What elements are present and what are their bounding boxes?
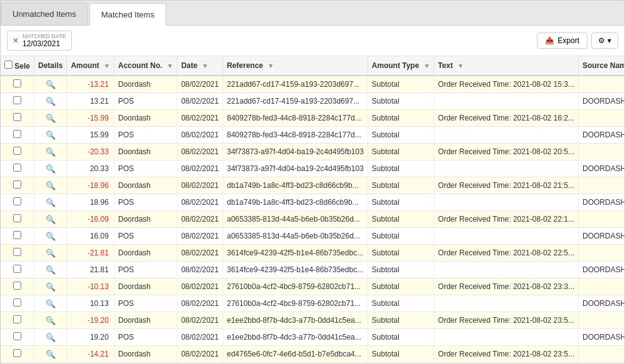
row-date-cell: 08/02/2021	[177, 177, 222, 194]
table-row: 🔍 18.96 POS 08/02/2021 db1a749b-1a8c-4ff…	[1, 194, 624, 211]
row-search-icon[interactable]: 🔍	[46, 248, 56, 258]
row-search-icon[interactable]: 🔍	[46, 316, 56, 325]
row-text-cell	[434, 295, 578, 312]
row-checkbox[interactable]	[13, 214, 21, 222]
row-search-icon[interactable]: 🔍	[46, 198, 56, 207]
row-checkbox[interactable]	[13, 298, 21, 307]
row-reference-cell: e1ee2bbd-8f7b-4dc3-a77b-0dd41c5ea...	[222, 312, 368, 329]
th-source-label: Source Name	[582, 61, 624, 70]
row-checkbox[interactable]	[13, 147, 21, 155]
row-amount-type-cell: Subtotal	[368, 177, 434, 194]
row-reference-cell: db1a749b-1a8c-4ff3-bd23-c8d66cb9b...	[222, 177, 368, 194]
row-reference-cell: ed4765e6-0fc7-4e6d-b5d1-b7e5dbca4...	[222, 363, 368, 364]
row-checkbox[interactable]	[13, 180, 21, 189]
row-account-cell: Doordash	[114, 278, 177, 295]
row-account-cell: POS	[114, 363, 177, 364]
row-search-icon[interactable]: 🔍	[46, 147, 56, 157]
row-checkbox[interactable]	[13, 248, 21, 256]
row-amount-cell: 18.96	[67, 194, 114, 211]
row-text-cell: Order Received Time: 2021-08-02 23:3...	[434, 278, 578, 295]
row-search-icon[interactable]: 🔍	[46, 215, 56, 224]
matched-date-label: MATCHED DATE	[22, 33, 66, 39]
account-filter-icon[interactable]: ▼	[167, 62, 173, 69]
row-search-icon[interactable]: 🔍	[46, 80, 56, 89]
row-checkbox[interactable]	[13, 315, 21, 323]
row-checkbox[interactable]	[13, 265, 21, 273]
row-checkbox[interactable]	[13, 130, 21, 138]
export-button[interactable]: 📤 Export	[537, 32, 588, 49]
tab-unmatched-label: Unmatched Items	[12, 9, 76, 19]
row-text-cell: Order Received Time: 2021-08-02 21:5...	[434, 177, 578, 194]
row-search-icon[interactable]: 🔍	[46, 130, 56, 140]
table-row: 🔍 -19.20 Doordash 08/02/2021 e1ee2bbd-8f…	[1, 312, 624, 329]
row-select-cell	[1, 76, 34, 93]
row-search-icon[interactable]: 🔍	[46, 350, 56, 359]
row-checkbox[interactable]	[13, 332, 21, 340]
row-details-cell: 🔍	[34, 278, 67, 295]
th-reference-label: Reference	[227, 61, 263, 70]
reference-filter-icon[interactable]: ▼	[268, 62, 274, 69]
row-reference-cell: 34f73873-a97f-4d04-ba19-2c4d495fb103	[222, 160, 368, 177]
row-details-cell: 🔍	[34, 312, 67, 329]
table-row: 🔍 16.09 POS 08/02/2021 a0653385-813d-44a…	[1, 228, 624, 245]
tab-unmatched[interactable]: Unmatched Items	[1, 2, 88, 25]
th-details: Details	[34, 56, 67, 76]
row-reference-cell: ed4765e6-0fc7-4e6d-b5d1-b7e5dbca4...	[222, 346, 368, 363]
row-source-cell: DOORDASH	[578, 262, 624, 278]
tab-matched[interactable]: Matched Items	[89, 3, 166, 26]
row-reference-cell: 3614fce9-4239-42f5-b1e4-86b735edbc...	[222, 245, 368, 262]
row-checkbox[interactable]	[13, 197, 21, 205]
row-date-cell: 08/02/2021	[177, 346, 222, 363]
row-text-cell: Order Received Time: 2021-08-02 22:1...	[434, 211, 578, 228]
row-amount-cell: 15.99	[67, 127, 114, 144]
row-checkbox[interactable]	[13, 113, 21, 121]
row-checkbox[interactable]	[13, 79, 21, 87]
table-row: 🔍 -21.81 Doordash 08/02/2021 3614fce9-42…	[1, 245, 624, 262]
row-select-cell	[1, 144, 34, 160]
matched-date-value: 12/03/2021	[22, 39, 60, 48]
row-select-cell	[1, 295, 34, 312]
row-search-icon[interactable]: 🔍	[46, 232, 56, 241]
row-reference-cell: db1a749b-1a8c-4ff3-bd23-c8d66cb9b...	[222, 194, 368, 211]
row-search-icon[interactable]: 🔍	[46, 181, 56, 190]
row-checkbox[interactable]	[13, 96, 21, 104]
date-filter-icon[interactable]: ▼	[202, 62, 208, 69]
row-account-cell: POS	[114, 262, 177, 278]
row-source-cell: DOORDASH	[578, 127, 624, 144]
row-details-cell: 🔍	[34, 363, 67, 364]
row-amount-cell: 10.13	[67, 295, 114, 312]
row-checkbox[interactable]	[13, 282, 21, 290]
th-details-label: Details	[38, 61, 62, 70]
close-date-button[interactable]: ✕	[12, 36, 19, 45]
th-select: Sele	[1, 56, 34, 76]
row-search-icon[interactable]: 🔍	[46, 333, 56, 342]
row-select-cell	[1, 346, 34, 363]
row-search-icon[interactable]: 🔍	[46, 282, 56, 292]
table-row: 🔍 13.21 POS 08/02/2021 221add67-cd17-415…	[1, 93, 624, 110]
th-date: Date ▼	[177, 56, 222, 76]
row-amount-cell: 21.81	[67, 262, 114, 278]
row-checkbox[interactable]	[13, 164, 21, 172]
row-search-icon[interactable]: 🔍	[46, 164, 56, 174]
row-checkbox[interactable]	[13, 231, 21, 239]
row-search-icon[interactable]: 🔍	[46, 299, 56, 308]
row-amount-type-cell: Subtotal	[368, 76, 434, 93]
row-select-cell	[1, 245, 34, 262]
table-header-row: Sele Details Amount ▼ Account No. ▼ Date	[1, 56, 624, 76]
row-text-cell	[434, 262, 578, 278]
tab-bar: Unmatched Items Matched Items	[1, 1, 624, 26]
row-text-cell	[434, 363, 578, 364]
row-search-icon[interactable]: 🔍	[46, 97, 56, 106]
row-account-cell: Doordash	[114, 76, 177, 93]
text-filter-icon[interactable]: ▼	[458, 62, 464, 69]
row-checkbox[interactable]	[13, 349, 21, 357]
amount-filter-icon[interactable]: ▼	[104, 62, 110, 69]
settings-button[interactable]: ⚙ ▾	[591, 32, 618, 49]
row-search-icon[interactable]: 🔍	[46, 114, 56, 123]
select-all-checkbox[interactable]	[4, 61, 12, 69]
table-row: 🔍 -18.96 Doordash 08/02/2021 db1a749b-1a…	[1, 177, 624, 194]
row-search-icon[interactable]: 🔍	[46, 265, 56, 275]
row-amount-type-cell: Subtotal	[368, 228, 434, 245]
amount-type-filter-icon[interactable]: ▼	[424, 62, 430, 69]
row-date-cell: 08/02/2021	[177, 312, 222, 329]
